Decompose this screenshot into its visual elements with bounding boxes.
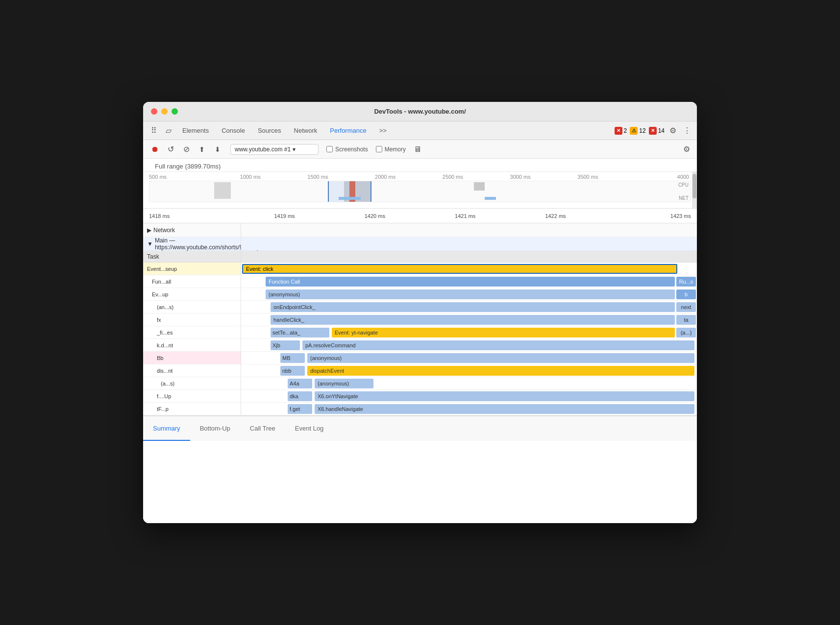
function-call-bar[interactable]: Function Call [266,277,675,287]
warn-count: 12 [639,127,645,134]
next-bar[interactable]: next [676,302,696,312]
warn-badge: ⚠ 12 [630,127,645,135]
ruler-mark-4000: 4000 [621,174,691,180]
devtools-body: ⠿ ▱ Elements Console Sources Network Per… [143,121,697,523]
nbb-bar[interactable]: nbb [280,366,305,376]
settings-icon[interactable]: ⚙ [667,124,678,137]
upload-button[interactable]: ⬆ [195,143,209,156]
timeline-overview[interactable]: 500 ms 1000 ms 1500 ms 2000 ms 2500 ms 3… [143,172,697,209]
error-icon: ✕ [615,127,622,135]
handle-click-bar[interactable]: handleClick_ [271,315,675,325]
a-bar[interactable]: (a...) [676,328,696,337]
flame-content-1: Event: click [241,263,697,275]
ruler-mark-2500: 2500 ms [419,174,487,180]
tab-event-log[interactable]: Event Log [285,416,334,441]
main-collapse-icon[interactable]: ▼ [147,240,153,247]
task-row: Task [143,251,697,263]
ru-s-bar[interactable]: Ru...s [676,277,696,287]
anonymous-bar-3[interactable]: (anonymous) [315,379,373,388]
net-bar-2 [485,197,495,200]
flame-content-5: handleClick_ ta [241,313,697,326]
clear-button[interactable]: ⊘ [179,143,193,156]
close-button[interactable] [151,108,157,115]
tab-console[interactable]: Console [216,124,251,137]
tab-more[interactable]: >> [373,124,393,137]
anonymous-bar-1[interactable]: (anonymous) [266,289,675,299]
tab-network[interactable]: Network [288,124,323,137]
yt-navigate-bar[interactable]: Event: yt-navigate [332,328,675,337]
b-bar[interactable]: b [676,289,696,299]
device-icon[interactable]: ▱ [162,124,175,138]
screenshots-label: Screenshots [335,146,368,153]
devtools-window: DevTools - www.youtube.com/ ⠿ ▱ Elements… [143,102,697,523]
tab-performance[interactable]: Performance [324,124,372,137]
network-track-label: ▶ Network [143,223,241,237]
a4a-bar[interactable]: A4a [288,379,312,388]
reload-button[interactable]: ↺ [164,143,177,156]
resolve-command-bar[interactable]: pA.resolveCommand [302,340,694,350]
tab-elements[interactable]: Elements [176,124,215,137]
overview-scrollbar[interactable] [692,172,697,208]
ta-bar[interactable]: ta [676,315,696,325]
tab-sources[interactable]: Sources [252,124,287,137]
maximize-button[interactable] [172,108,178,115]
task-content [241,251,697,262]
flame-content-4: onEndpointClick_ next [241,301,697,313]
flame-label-12: tF...p [143,403,241,415]
screenshots-checkbox[interactable] [326,146,333,152]
flame-content-7: Xjb pA.resolveCommand [241,339,697,351]
handle-navigate-bar[interactable]: X6.handleNavigate [315,404,694,414]
dispatch-event-bar[interactable]: dispatchEvent [307,366,694,376]
flame-label-11: f....Up [143,390,241,402]
network-label: Network [153,227,175,234]
zoom-1418: 1418 ms [149,213,239,219]
cpu-throttle-icon[interactable]: 🖥 [412,144,423,155]
tab-summary[interactable]: Summary [143,416,190,441]
memory-checkbox[interactable] [376,146,382,152]
tab-call-tree[interactable]: Call Tree [240,416,285,441]
memory-checkbox-group: Memory [376,146,406,153]
cpu-bar-3 [474,182,485,191]
info-count: 14 [658,127,665,134]
tab-bottom-up[interactable]: Bottom-Up [190,416,240,441]
dka-bar[interactable]: dka [288,391,312,401]
flame-label-2: Fun...all [143,275,241,288]
flame-label-4: (an...s) [143,301,241,313]
flame-row-6: _fi...es setTe...ata_ Event: yt-navigate… [143,326,697,339]
cpu-bar-1 [214,182,230,199]
xjb-bar[interactable]: Xjb [271,340,300,350]
cpu-chart: CPU NET [149,181,691,202]
info-icon: ✕ [649,127,657,135]
flame-label-8: Bb [143,352,241,364]
sette-bar[interactable]: setTe...ata_ [271,328,329,337]
task-label: Task [143,251,241,262]
full-range-container: Full range (3899.70ms) [143,159,697,172]
fget-bar[interactable]: f.get [288,404,312,414]
more-options-icon[interactable]: ⋮ [681,124,693,137]
overview-scrollbar-thumb[interactable] [692,174,696,198]
cursor-icon[interactable]: ⠿ [147,124,161,138]
timeline-ruler: 500 ms 1000 ms 1500 ms 2000 ms 2500 ms 3… [143,172,697,180]
event-click-bar[interactable]: Event: click [242,264,677,274]
minimize-button[interactable] [161,108,168,115]
mb-bar[interactable]: MB [280,353,305,363]
flame-label-3: Ev...up [143,288,241,300]
flame-row-1: Event...seup Event: click [143,263,697,275]
memory-label: Memory [385,146,406,153]
performance-toolbar: ⏺ ↺ ⊘ ⬆ ⬇ www.youtube.com #1 ▾ Screensho… [143,140,697,159]
cpu-label: CPU [678,182,689,188]
network-expand-icon[interactable]: ▶ [147,227,151,234]
record-button[interactable]: ⏺ [148,143,162,156]
yt-navigate-bar-2[interactable]: X6.onYtNavigate [315,391,694,401]
flame-content-8: MB (anonymous) [241,352,697,364]
zoom-1423: 1423 ms [601,213,691,219]
flame-content-9: nbb dispatchEvent [241,364,697,377]
performance-settings-icon[interactable]: ⚙ [681,143,692,156]
url-selector[interactable]: www.youtube.com #1 ▾ [230,144,319,155]
on-endpoint-bar[interactable]: onEndpointClick_ [271,302,675,312]
net-bar [339,197,360,200]
anonymous-bar-2[interactable]: (anonymous) [307,353,694,363]
download-button[interactable]: ⬇ [211,143,224,156]
flame-content-11: dka X6.onYtNavigate [241,390,697,402]
flame-label-7: k.d...nt [143,339,241,351]
